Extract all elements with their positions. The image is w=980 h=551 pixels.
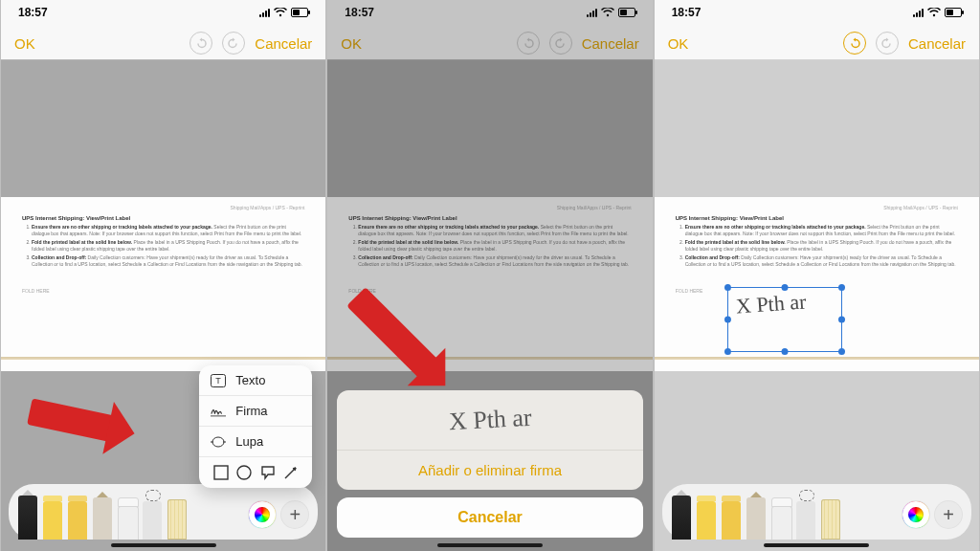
square-shape-icon[interactable] <box>213 465 229 480</box>
resize-handle[interactable] <box>781 284 788 291</box>
eraser-tool[interactable] <box>771 494 791 540</box>
resize-handle[interactable] <box>838 317 845 323</box>
popover-signature-label: Firma <box>235 404 267 418</box>
cellular-icon <box>913 9 924 17</box>
ok-button[interactable]: OK <box>14 35 35 52</box>
add-button[interactable]: + <box>281 501 308 528</box>
battery-icon <box>291 8 308 17</box>
status-time: 18:57 <box>672 6 702 19</box>
highlighter-tool[interactable] <box>697 494 716 540</box>
cellular-icon <box>259 9 270 17</box>
popover-text-label: Texto <box>235 373 265 387</box>
arrow-shape-icon[interactable] <box>283 465 299 480</box>
resize-handle[interactable] <box>838 284 845 291</box>
pen-tool[interactable] <box>672 494 691 540</box>
wifi-icon <box>274 8 287 17</box>
pen-tool[interactable] <box>18 494 37 540</box>
sheet-cancel-button[interactable]: Cancelar <box>337 497 642 538</box>
cancel-button[interactable]: Cancelar <box>255 35 312 52</box>
home-indicator[interactable] <box>111 543 216 547</box>
placed-signature-glyph: X Pth ar <box>735 289 807 319</box>
resize-handle[interactable] <box>724 317 731 323</box>
ruler-tool[interactable] <box>821 494 840 540</box>
add-popover: T Texto Firma Lupa <box>199 365 312 488</box>
markup-toolbelt: + <box>662 484 971 540</box>
marker-tool[interactable] <box>722 494 741 540</box>
signature-action-sheet: X Pth ar Añadir o eliminar firma Cancela… <box>337 390 642 538</box>
signature-preview-item[interactable]: X Pth ar <box>337 390 642 450</box>
nav-bar: OK Cancelar <box>1 27 325 60</box>
resize-handle[interactable] <box>838 348 845 355</box>
color-picker-button[interactable] <box>902 501 929 528</box>
svg-text:T: T <box>216 376 222 386</box>
svg-line-8 <box>285 468 296 478</box>
circle-shape-icon[interactable] <box>236 465 252 480</box>
add-button[interactable]: + <box>935 501 962 528</box>
lasso-tool[interactable] <box>143 494 162 540</box>
panel-signature-placed: 18:57 OK Cancelar Shipping Mail/Apps / U… <box>655 0 979 551</box>
pencil-tool[interactable] <box>746 494 766 540</box>
resize-handle[interactable] <box>724 284 731 291</box>
ruler-tool[interactable] <box>167 494 187 540</box>
svg-rect-6 <box>214 466 228 479</box>
nav-bar: OK Cancelar <box>655 27 979 60</box>
status-time: 18:57 <box>18 6 48 19</box>
home-indicator[interactable] <box>764 543 869 547</box>
speech-bubble-icon[interactable] <box>260 465 276 480</box>
pencil-tool[interactable] <box>93 494 112 540</box>
panel-signature-sheet: 18:57 OK Cancelar Shipping Mail/Apps / U… <box>327 0 652 551</box>
document-preview[interactable]: Shipping Mail/Apps / UPS - Reprint UPS I… <box>1 197 325 371</box>
signature-icon <box>211 405 226 418</box>
lasso-tool[interactable] <box>796 494 815 540</box>
home-indicator[interactable] <box>437 543 543 547</box>
undo-button[interactable] <box>843 32 866 55</box>
panel-markup-add-menu: 18:57 OK Cancelar Shipping Mail/Apps / U… <box>1 0 325 551</box>
color-picker-button[interactable] <box>249 501 276 528</box>
svg-point-7 <box>237 466 251 479</box>
signature-sample: X Pth ar <box>448 404 532 436</box>
cancel-button[interactable]: Cancelar <box>908 35 966 52</box>
wifi-icon <box>927 8 941 17</box>
text-icon: T <box>211 374 226 387</box>
popover-text-item[interactable]: T Texto <box>199 365 312 395</box>
loupe-icon <box>211 435 226 449</box>
resize-handle[interactable] <box>781 348 788 355</box>
popover-signature-item[interactable]: Firma <box>199 395 312 426</box>
resize-handle[interactable] <box>724 348 731 355</box>
undo-button[interactable] <box>189 32 212 55</box>
placed-signature[interactable]: X Pth ar <box>727 287 842 352</box>
svg-point-3 <box>212 437 224 447</box>
eraser-tool[interactable] <box>118 494 137 540</box>
ok-button[interactable]: OK <box>668 35 689 52</box>
redo-button[interactable] <box>222 32 245 55</box>
marker-tool[interactable] <box>68 494 87 540</box>
redo-button[interactable] <box>876 32 899 55</box>
highlighter-tool[interactable] <box>43 494 62 540</box>
status-bar: 18:57 <box>1 4 325 21</box>
popover-shapes-row <box>199 456 312 488</box>
markup-toolbelt: + <box>9 484 318 540</box>
popover-loupe-label: Lupa <box>235 434 263 449</box>
manage-signatures-button[interactable]: Añadir o eliminar firma <box>337 450 642 490</box>
popover-loupe-item[interactable]: Lupa <box>199 426 312 456</box>
battery-icon <box>945 8 962 17</box>
status-bar: 18:57 <box>655 4 979 21</box>
